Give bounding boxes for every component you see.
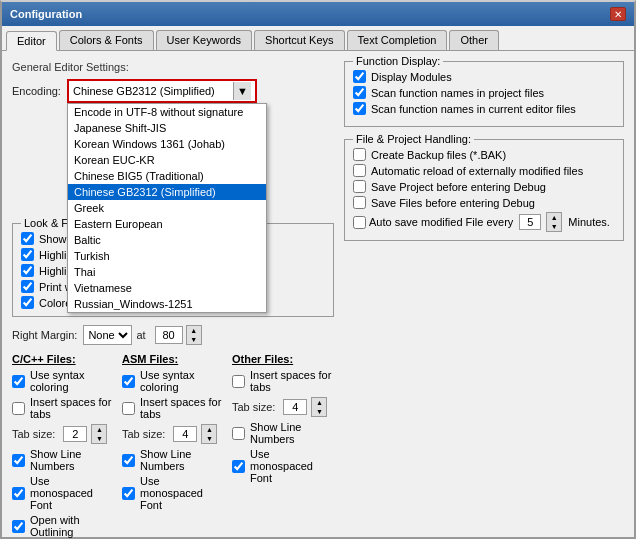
encoding-value: Chinese GB2312 (Simplified) xyxy=(73,85,215,97)
cpp-spaces-label: Insert spaces for tabs xyxy=(30,396,114,420)
dropdown-item-12[interactable]: Russian_Windows-1251 xyxy=(68,296,266,312)
asm-line-numbers-label: Show Line Numbers xyxy=(140,448,224,472)
look-checkbox-4[interactable] xyxy=(21,296,34,309)
func-editor-checkbox[interactable] xyxy=(353,102,366,115)
encoding-wrap: Chinese GB2312 (Simplified) ▼ Encode in … xyxy=(67,79,257,103)
cpp-monospace-label: Use monospaced Font xyxy=(30,475,114,511)
asm-syntax-checkbox[interactable] xyxy=(122,375,135,388)
other-line-numbers-checkbox[interactable] xyxy=(232,427,245,440)
dropdown-item-7[interactable]: Eastern European xyxy=(68,216,266,232)
auto-save-value[interactable]: 5 xyxy=(519,214,541,230)
dropdown-item-8[interactable]: Baltic xyxy=(68,232,266,248)
func-modules-row: Display Modules xyxy=(353,70,615,83)
asm-tab-up[interactable]: ▲ xyxy=(202,425,216,434)
cpp-monospace-checkbox[interactable] xyxy=(12,487,25,500)
encoding-combobox[interactable]: Chinese GB2312 (Simplified) ▼ xyxy=(67,79,257,103)
cpp-files-section: C/C++ Files: Use syntax coloring Insert … xyxy=(12,353,114,539)
tab-text-completion[interactable]: Text Completion xyxy=(347,30,448,50)
dropdown-item-2[interactable]: Korean Windows 1361 (Johab) xyxy=(68,136,266,152)
cpp-syntax-row: Use syntax coloring xyxy=(12,369,114,393)
tab-shortcut-keys[interactable]: Shortcut Keys xyxy=(254,30,344,50)
right-margin-row: Right Margin: None at ▲ ▼ xyxy=(12,325,334,345)
dropdown-item-6[interactable]: Greek xyxy=(68,200,266,216)
tab-colors-fonts[interactable]: Colors & Fonts xyxy=(59,30,154,50)
asm-syntax-row: Use syntax coloring xyxy=(122,369,224,393)
close-button[interactable]: ✕ xyxy=(610,7,626,21)
cpp-tab-down[interactable]: ▼ xyxy=(92,434,106,443)
other-tab-size-label: Tab size: xyxy=(232,401,275,413)
func-modules-checkbox[interactable] xyxy=(353,70,366,83)
cpp-tab-size-label: Tab size: xyxy=(12,428,55,440)
file-backup-label: Create Backup files (*.BAK) xyxy=(371,149,506,161)
window-title: Configuration xyxy=(10,8,82,20)
file-save-files-checkbox[interactable] xyxy=(353,196,366,209)
dropdown-item-10[interactable]: Thai xyxy=(68,264,266,280)
other-tab-size-input[interactable]: 4 xyxy=(283,399,307,415)
cpp-tab-spinner: ▲ ▼ xyxy=(91,424,107,444)
cpp-files-title: C/C++ Files: xyxy=(12,353,114,365)
cpp-outlining-label: Open with Outlining xyxy=(30,514,114,538)
dropdown-item-3[interactable]: Korean EUC-KR xyxy=(68,152,266,168)
auto-save-checkbox[interactable] xyxy=(353,216,366,229)
right-margin-select[interactable]: None xyxy=(83,325,132,345)
asm-tab-down[interactable]: ▼ xyxy=(202,434,216,443)
configuration-window: Configuration ✕ Editor Colors & Fonts Us… xyxy=(0,0,636,539)
encoding-row: Encoding: Chinese GB2312 (Simplified) ▼ … xyxy=(12,79,334,103)
file-save-project-checkbox[interactable] xyxy=(353,180,366,193)
func-project-checkbox[interactable] xyxy=(353,86,366,99)
tabs-bar: Editor Colors & Fonts User Keywords Shor… xyxy=(2,26,634,51)
other-monospace-checkbox[interactable] xyxy=(232,460,245,473)
other-spaces-checkbox[interactable] xyxy=(232,375,245,388)
tab-other[interactable]: Other xyxy=(449,30,499,50)
other-tab-up[interactable]: ▲ xyxy=(312,398,326,407)
tab-editor[interactable]: Editor xyxy=(6,31,57,51)
cpp-line-numbers-row: Show Line Numbers xyxy=(12,448,114,472)
right-panel: Function Display: Display Modules Scan f… xyxy=(344,61,624,539)
auto-save-down[interactable]: ▼ xyxy=(547,222,561,231)
asm-files-section: ASM Files: Use syntax coloring Insert sp… xyxy=(122,353,224,539)
right-margin-up[interactable]: ▲ xyxy=(187,326,201,335)
cpp-spaces-checkbox[interactable] xyxy=(12,402,25,415)
dropdown-item-1[interactable]: Japanese Shift-JIS xyxy=(68,120,266,136)
file-save-project-label: Save Project before entering Debug xyxy=(371,181,546,193)
content-area: General Editor Settings: Encoding: Chine… xyxy=(2,51,634,539)
asm-monospace-label: Use monospaced Font xyxy=(140,475,224,511)
file-auto-reload-checkbox[interactable] xyxy=(353,164,366,177)
cpp-syntax-checkbox[interactable] xyxy=(12,375,25,388)
other-monospace-row: Use monospaced Font xyxy=(232,448,334,484)
right-margin-down[interactable]: ▼ xyxy=(187,335,201,344)
look-checkbox-0[interactable] xyxy=(21,232,34,245)
func-editor-row: Scan function names in current editor fi… xyxy=(353,102,615,115)
look-checkbox-1[interactable] xyxy=(21,248,34,261)
asm-line-numbers-checkbox[interactable] xyxy=(122,454,135,467)
asm-spaces-checkbox[interactable] xyxy=(122,402,135,415)
encoding-dropdown: Encode in UTF-8 without signature Japane… xyxy=(67,103,267,313)
at-label: at xyxy=(136,329,145,341)
auto-save-prefix: Auto save modified File every xyxy=(369,216,513,228)
encoding-dropdown-arrow[interactable]: ▼ xyxy=(233,82,251,100)
cpp-monospace-row: Use monospaced Font xyxy=(12,475,114,511)
dropdown-item-0[interactable]: Encode in UTF-8 without signature xyxy=(68,104,266,120)
other-spaces-label: Insert spaces for tabs xyxy=(250,369,334,393)
file-backup-checkbox[interactable] xyxy=(353,148,366,161)
func-modules-label: Display Modules xyxy=(371,71,452,83)
dropdown-item-11[interactable]: Vietnamese xyxy=(68,280,266,296)
cpp-tab-up[interactable]: ▲ xyxy=(92,425,106,434)
cpp-outlining-checkbox[interactable] xyxy=(12,520,25,533)
other-tab-down[interactable]: ▼ xyxy=(312,407,326,416)
look-checkbox-2[interactable] xyxy=(21,264,34,277)
dropdown-item-9[interactable]: Turkish xyxy=(68,248,266,264)
look-checkbox-3[interactable] xyxy=(21,280,34,293)
function-display-title: Function Display: xyxy=(353,55,443,67)
cpp-tab-size-input[interactable]: 2 xyxy=(63,426,87,442)
asm-tab-size-input[interactable]: 4 xyxy=(173,426,197,442)
asm-monospace-checkbox[interactable] xyxy=(122,487,135,500)
dropdown-item-5[interactable]: Chinese GB2312 (Simplified) xyxy=(68,184,266,200)
right-margin-value[interactable] xyxy=(155,326,183,344)
auto-save-up[interactable]: ▲ xyxy=(547,213,561,222)
file-auto-reload-label: Automatic reload of externally modified … xyxy=(371,165,583,177)
cpp-line-numbers-checkbox[interactable] xyxy=(12,454,25,467)
tab-user-keywords[interactable]: User Keywords xyxy=(156,30,253,50)
dropdown-item-4[interactable]: Chinese BIG5 (Traditional) xyxy=(68,168,266,184)
cpp-syntax-label: Use syntax coloring xyxy=(30,369,114,393)
